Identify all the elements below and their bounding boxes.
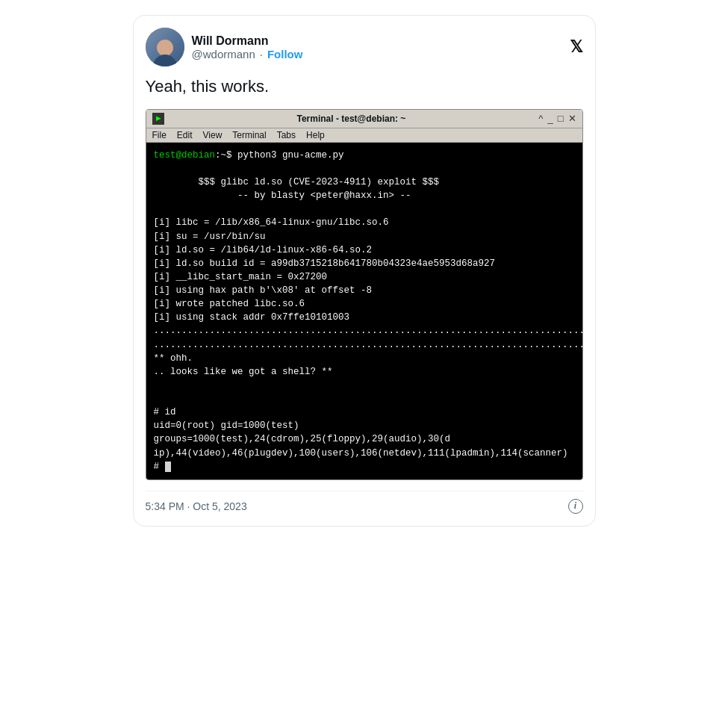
menu-help[interactable]: Help — [306, 130, 325, 140]
menu-tabs[interactable]: Tabs — [277, 130, 296, 140]
avatar — [146, 28, 184, 66]
tweet-text: Yeah, this works. — [146, 75, 583, 99]
terminal-output-line-7: [i] ld.so = /lib64/ld-linux-x86-64.so.2 — [154, 243, 575, 257]
follow-button[interactable]: Follow — [267, 48, 303, 60]
terminal-output-line-20: ip),44(video),46(plugdev),100(users),106… — [154, 447, 575, 460]
tweet-footer: 5:34 PM · Oct 5, 2023 i — [146, 491, 583, 514]
terminal-menubar: File Edit View Terminal Tabs Help — [146, 128, 582, 143]
user-handle: @wdormann — [192, 48, 255, 60]
terminal-output-line-16 — [154, 379, 575, 392]
terminal-output-line-11: [i] wrote patched libc.so.6 — [154, 297, 575, 311]
terminal-prompt-host: :~$ — [215, 150, 232, 161]
tweet-timestamp: 5:34 PM · Oct 5, 2023 — [146, 500, 247, 512]
separator-dot: · — [260, 48, 263, 60]
tweet-header: Will Dormann @wdormann · Follow 𝕏 — [146, 28, 583, 66]
terminal-output-line-5: [i] libc = /lib/x86_64-linux-gnu/libc.so… — [154, 216, 575, 229]
terminal-body[interactable]: test@debian:~$ python3 gnu-acme.py $$$ g… — [146, 143, 582, 479]
terminal-output-line-10: [i] using hax path b'\x08' at offset -8 — [154, 284, 575, 297]
terminal-titlebar-left: ▶ — [152, 113, 164, 125]
terminal-command: python3 gnu-acme.py — [232, 150, 344, 161]
menu-terminal[interactable]: Terminal — [232, 130, 266, 140]
terminal-restore[interactable]: □ — [558, 113, 564, 124]
terminal-output-line-6: [i] su = /usr/bin/su — [154, 230, 575, 243]
terminal-output-line-9: [i] __libc_start_main = 0x27200 — [154, 270, 575, 284]
terminal-output-line-4 — [154, 202, 575, 216]
terminal-output-line-2: $$$ glibc ld.so (CVE-2023-4911) exploit … — [154, 176, 575, 189]
terminal-prompt-line: test@debian:~$ python3 gnu-acme.py — [154, 149, 575, 162]
terminal-maximize[interactable]: _ — [547, 113, 553, 124]
terminal-output-line-1 — [154, 162, 575, 176]
terminal-controls: ^ _ □ ✕ — [538, 113, 576, 124]
terminal-minimize[interactable]: ^ — [538, 113, 543, 124]
info-icon[interactable]: i — [568, 499, 583, 514]
terminal-close[interactable]: ✕ — [568, 113, 576, 124]
terminal-output-line-13: ........................................… — [154, 324, 575, 338]
menu-file[interactable]: File — [152, 130, 167, 140]
terminal-output-line-21: # — [154, 460, 575, 473]
user-info: Will Dormann @wdormann · Follow — [192, 34, 303, 60]
terminal-window: ▶ Terminal - test@debian: ~ ^ _ □ ✕ File… — [146, 109, 583, 480]
terminal-output-line-17 — [154, 392, 575, 406]
terminal-cursor — [165, 462, 171, 472]
x-logo: 𝕏 — [570, 37, 583, 57]
terminal-output-line-18: # id — [154, 406, 575, 419]
menu-view[interactable]: View — [203, 130, 223, 140]
terminal-output-line-19: uid=0(root) gid=1000(test) groups=1000(t… — [154, 419, 575, 446]
terminal-output-line-14: ........................................… — [154, 338, 575, 365]
terminal-output-line-8: [i] ld.so build id = a99db3715218b641780… — [154, 257, 575, 270]
tweet-header-left: Will Dormann @wdormann · Follow — [146, 28, 303, 66]
terminal-icon: ▶ — [152, 113, 164, 125]
terminal-titlebar: ▶ Terminal - test@debian: ~ ^ _ □ ✕ — [146, 110, 582, 128]
menu-edit[interactable]: Edit — [177, 130, 193, 140]
display-name: Will Dormann — [192, 34, 303, 48]
tweet-card: Will Dormann @wdormann · Follow 𝕏 Yeah, … — [133, 15, 596, 527]
terminal-prompt-user: test@debian — [154, 150, 216, 161]
terminal-output-line-3: -- by blasty <peter@haxx.in> -- — [154, 189, 575, 202]
terminal-output-line-12: [i] using stack addr 0x7ffe10101003 — [154, 311, 575, 324]
terminal-title: Terminal - test@debian: ~ — [164, 114, 539, 124]
handle-follow-row: @wdormann · Follow — [192, 48, 303, 60]
terminal-output-line-15: .. looks like we got a shell? ** — [154, 365, 575, 379]
